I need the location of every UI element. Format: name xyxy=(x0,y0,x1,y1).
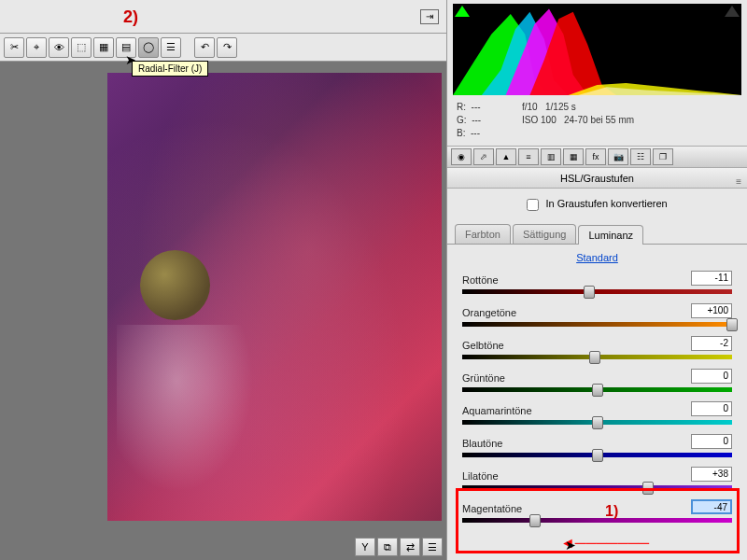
slider-row-orangetöne: Orangetöne+100 xyxy=(462,303,732,327)
slider-thumb[interactable] xyxy=(589,351,600,364)
filmstrip-icon[interactable]: Y xyxy=(355,538,375,556)
presets-tab-icon[interactable]: ☷ xyxy=(630,148,651,165)
slider-row-blautöne: Blautöne0 xyxy=(462,434,732,457)
slider-track[interactable] xyxy=(462,355,732,359)
slider-label: Orangetöne xyxy=(462,307,516,318)
tab-hue[interactable]: Farbton xyxy=(455,224,511,244)
tab-saturation[interactable]: Sättigung xyxy=(513,224,576,244)
slider-row-gelbtöne: Gelbtöne-2 xyxy=(462,336,732,359)
slider-track[interactable] xyxy=(462,518,732,523)
slider-value[interactable]: -2 xyxy=(691,336,732,351)
image-header-bar: ⇥ xyxy=(0,0,446,34)
fx-tab-icon[interactable]: fx xyxy=(585,148,606,165)
slider-row-aquamarintöne: Aquamarintöne0 xyxy=(462,401,732,425)
slider-label: Aquamarintöne xyxy=(462,405,532,416)
slider-track[interactable] xyxy=(462,420,732,425)
grayscale-label: In Graustufen konvertieren xyxy=(545,198,667,209)
slider-value[interactable]: 0 xyxy=(691,401,732,416)
graduated-filter-tool[interactable]: ▤ xyxy=(116,37,136,58)
radial-filter-tool[interactable]: ◯ Radial-Filter (J) xyxy=(138,37,159,58)
before-after-icon[interactable]: ⧉ xyxy=(377,538,398,556)
slider-track[interactable] xyxy=(462,289,732,294)
slider-value[interactable]: 0 xyxy=(691,434,732,449)
slider-label: Blautöne xyxy=(462,438,502,449)
fullscreen-toggle-icon[interactable]: ⇥ xyxy=(420,9,439,24)
detail-tab-icon[interactable]: ▲ xyxy=(496,148,516,165)
rotate-right-icon[interactable]: ↷ xyxy=(217,37,237,58)
tone-tool[interactable]: ▦ xyxy=(93,37,114,58)
preview-image xyxy=(107,73,442,521)
slider-track[interactable] xyxy=(462,485,732,490)
slider-label: Grüntöne xyxy=(462,372,505,384)
image-canvas[interactable] xyxy=(0,62,446,534)
slider-thumb[interactable] xyxy=(592,416,603,429)
slider-label: Magentatöne xyxy=(462,503,522,514)
slider-track[interactable] xyxy=(462,453,732,457)
standard-link[interactable]: Standard xyxy=(576,252,618,263)
split-tab-icon[interactable]: ▥ xyxy=(541,148,561,165)
swap-icon[interactable]: ⇄ xyxy=(400,538,420,556)
lens-tab-icon[interactable]: ▦ xyxy=(563,148,584,165)
annotation-2: 2) xyxy=(123,7,138,27)
slider-thumb[interactable] xyxy=(592,449,603,462)
slider-label: Lilatöne xyxy=(462,470,499,482)
slider-row-grüntöne: Grüntöne0 xyxy=(462,369,732,392)
view-options-bar: Y ⧉ ⇄ ☰ xyxy=(0,534,446,560)
redeye-tool[interactable]: 👁 xyxy=(49,37,69,58)
tab-luminance[interactable]: Luminanz xyxy=(578,225,643,245)
slider-value[interactable]: +38 xyxy=(691,467,732,482)
spot-tool[interactable]: ⌖ xyxy=(26,37,47,58)
shadow-clip-icon[interactable] xyxy=(455,6,470,17)
slider-track[interactable] xyxy=(462,387,732,392)
slider-value[interactable]: 0 xyxy=(691,369,732,384)
hsl-tab-icon[interactable]: ≡ xyxy=(518,148,539,165)
curve-tab-icon[interactable]: ⬀ xyxy=(473,148,494,165)
tooltip: Radial-Filter (J) xyxy=(132,61,208,77)
crop-tool[interactable]: ✂ xyxy=(4,37,24,58)
adjustments-panel: R: --- G: --- B: --- f/10 1/125 s ISO 10… xyxy=(446,0,747,560)
histogram[interactable] xyxy=(453,4,741,95)
slider-value[interactable]: +100 xyxy=(691,303,732,318)
grayscale-checkbox[interactable] xyxy=(527,199,539,211)
slider-row-magentatöne: Magentatöne-47 xyxy=(462,499,732,523)
snapshots-tab-icon[interactable]: ❐ xyxy=(653,148,673,165)
slider-thumb[interactable] xyxy=(529,514,541,527)
basic-tab-icon[interactable]: ◉ xyxy=(451,148,472,165)
camera-tab-icon[interactable]: 📷 xyxy=(608,148,628,165)
luminance-sliders: Rottöne-11Orangetöne+100Gelbtöne-2Grüntö… xyxy=(447,271,747,532)
settings-icon[interactable]: ☰ xyxy=(422,538,443,556)
highlight-clip-icon[interactable] xyxy=(725,6,740,17)
slider-label: Rottöne xyxy=(462,274,499,286)
slider-value[interactable]: -11 xyxy=(691,271,732,286)
slider-row-rottöne: Rottöne-11 xyxy=(462,271,732,294)
slider-thumb[interactable] xyxy=(642,482,654,495)
panel-menu-icon[interactable]: ≡ xyxy=(736,172,741,192)
slider-value[interactable]: -47 xyxy=(691,499,732,514)
adjustment-brush-tool[interactable]: ☰ xyxy=(161,37,181,58)
convert-row: In Graustufen konvertieren xyxy=(447,189,747,220)
image-info: R: --- G: --- B: --- f/10 1/125 s ISO 10… xyxy=(447,95,747,146)
panel-tabstrip: ◉ ⬀ ▲ ≡ ▥ ▦ fx 📷 ☷ ❐ xyxy=(447,146,747,168)
panel-title: HSL/Graustufen ≡ xyxy=(447,168,747,189)
hsl-subtabs: Farbton Sättigung Luminanz xyxy=(447,224,747,245)
defaults-link-row: Standard xyxy=(447,245,747,271)
whitebalance-tool[interactable]: ⬚ xyxy=(71,37,92,58)
slider-thumb[interactable] xyxy=(592,384,603,397)
slider-track[interactable] xyxy=(462,322,732,327)
slider-label: Gelbtöne xyxy=(462,340,504,351)
slider-thumb[interactable] xyxy=(584,286,595,299)
tool-strip: ✂ ⌖ 👁 ⬚ ▦ ▤ ◯ Radial-Filter (J) ☰ ↶ ↷ xyxy=(0,34,446,62)
slider-row-lilatöne: Lilatöne+38 xyxy=(462,467,732,490)
annotation-1: 1) xyxy=(605,503,618,520)
rotate-left-icon[interactable]: ↶ xyxy=(194,37,215,58)
slider-thumb[interactable] xyxy=(726,318,738,331)
